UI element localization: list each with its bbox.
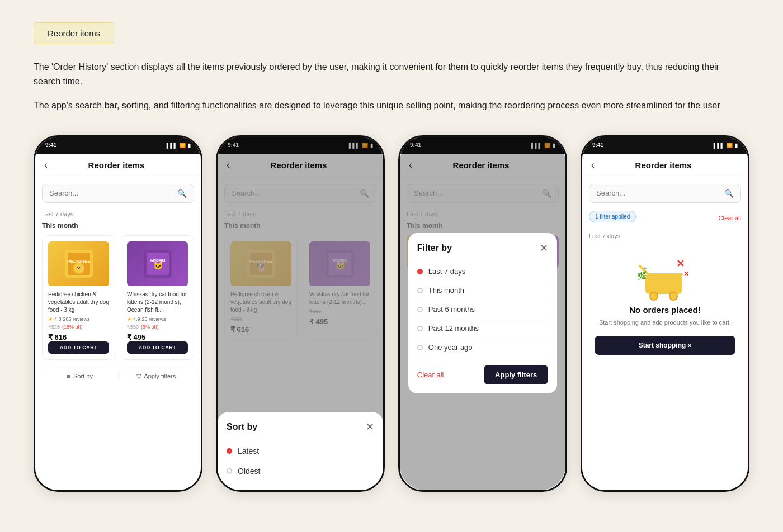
- sort-modal-title: Sort by: [227, 422, 257, 432]
- products-grid-1: PEDIGREE 🐕 Pedigree chicken & vegetables…: [42, 235, 194, 360]
- svg-text:🌿: 🌿: [637, 271, 647, 281]
- wifi-icon-4: 🛜: [727, 142, 733, 148]
- filter-modal-title: Filter by: [417, 243, 452, 253]
- price-row-1a: ₹525 (15% off): [48, 324, 109, 330]
- filter-label-oneyear: One year ago: [428, 343, 473, 352]
- filter-footer: Clear all Apply filters: [417, 365, 548, 384]
- svg-text:✦: ✦: [643, 265, 647, 272]
- filter-badge-4: 1 filter applied: [589, 211, 636, 222]
- filter-label-month: This month: [428, 286, 464, 294]
- phone-header-1: ‹ Reorder items: [35, 154, 201, 177]
- svg-text:✕: ✕: [676, 258, 685, 269]
- status-time-1: 9:41: [45, 142, 56, 148]
- product-rating-1a: ★ 4.8 206 reviews: [48, 316, 109, 322]
- status-time-4: 9:41: [592, 142, 603, 148]
- date-label-4: Last 7 days: [589, 232, 741, 239]
- date-label-1: Last 7 days: [42, 211, 194, 217]
- svg-point-19: [669, 292, 677, 300]
- notch-4: [640, 137, 690, 149]
- empty-state-4: ✕ ✕ 🌿 ✦ No orders placed! Start shopping…: [589, 244, 741, 367]
- phone-2: 9:41 ▌▌▌ 🛜 ▮ ‹ Reorder items 🔍 Last 7 da…: [216, 135, 385, 492]
- filter-btn-1[interactable]: ▽ Apply filters: [119, 373, 195, 380]
- price-row-1b: ₹550 (9% off): [127, 324, 188, 330]
- phone-4: 9:41 ▌▌▌ 🛜 ▮ ‹ Reorder items 🔍 1 filter …: [581, 135, 749, 492]
- sort-label-1: Sort by: [73, 373, 93, 379]
- filter-option-12months[interactable]: Past 12 months: [417, 319, 548, 338]
- svg-point-18: [650, 292, 658, 300]
- phone-3: 9:41 ▌▌▌ 🛜 ▮ ‹ Reorder items 🔍 Last 7 da…: [398, 135, 567, 492]
- price-discount-1a: (15% off): [62, 324, 82, 330]
- radio-empty: [227, 468, 232, 474]
- product-rating-1b: ★ 4.9 26 reviews: [127, 316, 188, 322]
- sort-option-latest[interactable]: Latest: [227, 441, 374, 461]
- section-label-1: This month: [42, 222, 194, 230]
- phone-header-4: ‹ Reorder items: [582, 154, 748, 177]
- svg-text:🐱: 🐱: [153, 261, 163, 270]
- phone-notch-bar-1: 9:41 ▌▌▌ 🛜 ▮: [35, 137, 201, 154]
- filter-option-6months[interactable]: Past 6 months: [417, 300, 548, 319]
- price-discount-1b: (9% off): [141, 324, 158, 330]
- section-badge: Reorder items: [34, 22, 114, 44]
- search-input-1[interactable]: [49, 189, 177, 197]
- back-icon-4[interactable]: ‹: [591, 159, 595, 171]
- wifi-icon: 🛜: [180, 142, 186, 148]
- apply-filters-btn-3[interactable]: Apply filters: [484, 365, 548, 384]
- filter-modal: Filter by ✕ Last 7 days This month Past …: [408, 233, 557, 393]
- battery-icon-4: ▮: [735, 142, 738, 148]
- sort-btn-1[interactable]: ≡ Sort by: [42, 373, 119, 380]
- search-bar-1[interactable]: 🔍: [42, 184, 194, 203]
- filter-modal-header: Filter by ✕: [417, 242, 548, 254]
- signal-icon: ▌▌▌: [167, 142, 177, 148]
- svg-rect-17: [645, 274, 682, 294]
- filter-label-6months: Past 6 months: [428, 305, 475, 314]
- filter-label-7days: Last 7 days: [428, 267, 466, 276]
- sort-icon-1: ≡: [67, 373, 70, 379]
- product-card-1a: PEDIGREE 🐕 Pedigree chicken & vegetables…: [42, 235, 115, 360]
- start-shopping-btn-4[interactable]: Start shopping »: [595, 336, 735, 355]
- search-bar-4[interactable]: 🔍: [589, 184, 741, 203]
- phones-row: 9:41 ▌▌▌ 🛜 ▮ ‹ Reorder items 🔍 Last 7 da…: [34, 135, 749, 492]
- filter-row-4: 1 filter applied Clear all: [589, 211, 741, 226]
- price-main-1b: ₹ 495: [127, 333, 188, 341]
- price-original-1b: ₹550: [127, 324, 139, 330]
- battery-icon: ▮: [188, 142, 191, 148]
- add-to-cart-btn-1b[interactable]: ADD TO CART: [127, 341, 188, 354]
- sort-modal-close[interactable]: ✕: [366, 421, 374, 433]
- filter-modal-close[interactable]: ✕: [540, 242, 548, 254]
- filter-radio-empty-1: [417, 288, 423, 293]
- phone-body-1: 🔍 Last 7 days This month PEDIGREE 🐕: [35, 177, 201, 490]
- product-name-1b: Whiskas dry cat food for kittens (2-12 m…: [127, 291, 188, 314]
- empty-cart-illustration: ✕ ✕ 🌿 ✦: [634, 255, 696, 305]
- phone-status-4: 9:41 ▌▌▌ 🛜 ▮: [592, 142, 738, 148]
- filter-radio-empty-4: [417, 345, 423, 350]
- search-icon-1: 🔍: [177, 189, 187, 198]
- search-input-4[interactable]: [596, 189, 724, 197]
- notch-1: [93, 137, 143, 149]
- rating-value-1a: 4.8: [54, 316, 62, 322]
- filter-option-oneyear[interactable]: One year ago: [417, 338, 548, 357]
- rating-value-1b: 4.9: [133, 316, 140, 322]
- phone-body-4: 🔍 1 filter applied Clear all Last 7 days: [582, 177, 748, 490]
- product-name-1a: Pedigree chicken & vegetables adult dry …: [48, 291, 109, 314]
- filter-radio-empty-2: [417, 307, 423, 312]
- back-icon-1[interactable]: ‹: [44, 159, 48, 171]
- search-icon-4: 🔍: [724, 189, 734, 198]
- filter-option-month[interactable]: This month: [417, 281, 548, 300]
- clear-all-btn-3[interactable]: Clear all: [417, 370, 444, 379]
- star-icon-b: ★: [127, 316, 131, 322]
- sort-oldest-label: Oldest: [238, 467, 260, 476]
- product-img-1b: whiskas 🐱: [127, 241, 188, 286]
- svg-text:🐕: 🐕: [76, 266, 81, 271]
- add-to-cart-btn-1a[interactable]: ADD TO CART: [48, 341, 109, 354]
- description-2: The app's search bar, sorting, and filte…: [34, 98, 738, 113]
- whiskas-pack-svg: whiskas 🐱: [141, 247, 174, 281]
- filter-label-12months: Past 12 months: [428, 324, 479, 332]
- filter-option-7days[interactable]: Last 7 days: [417, 262, 548, 281]
- filter-icon-1: ▽: [136, 373, 141, 380]
- phone-status-1: 9:41 ▌▌▌ 🛜 ▮: [45, 142, 191, 148]
- clear-all-link-4[interactable]: Clear all: [719, 215, 741, 221]
- empty-desc-4: Start shopping and add products you like…: [599, 318, 731, 327]
- sort-option-oldest[interactable]: Oldest: [227, 461, 374, 481]
- review-count-1b: 26 reviews: [142, 316, 166, 322]
- filter-radio-selected: [417, 269, 423, 274]
